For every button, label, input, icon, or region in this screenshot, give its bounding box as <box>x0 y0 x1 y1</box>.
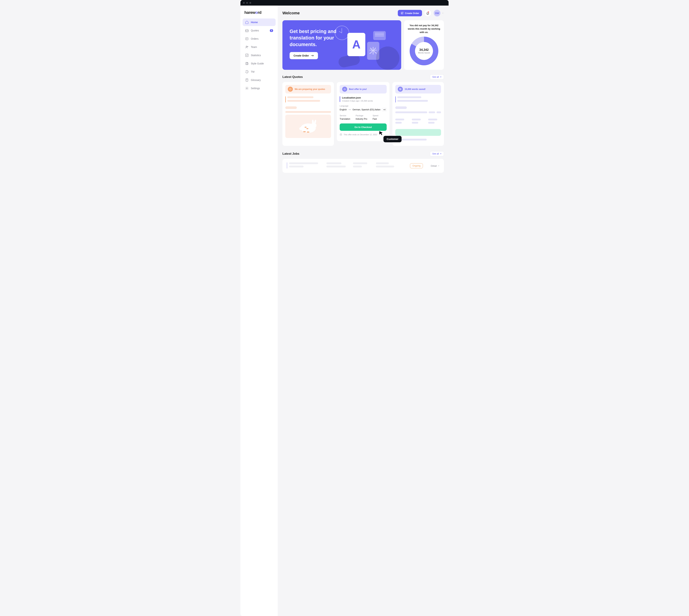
inbox-icon <box>245 29 249 32</box>
sidebar-item-statistics[interactable]: Statistics <box>243 51 275 59</box>
jobs-see-all-button[interactable]: See all <box>430 151 444 156</box>
sidebar-item-team[interactable]: Team <box>243 43 275 51</box>
checkout-placeholder <box>395 129 441 136</box>
page-title: Welcome <box>283 11 299 16</box>
quote-card-preparing: We are preparing your quotes <box>283 82 334 146</box>
header: Welcome Create Order DW <box>283 9 444 17</box>
sidebar: hareword Home Quotes 9 Orders Team <box>240 5 278 616</box>
sidebar-item-label: Settings <box>251 87 260 90</box>
svg-point-13 <box>299 127 302 130</box>
svg-rect-5 <box>247 63 248 65</box>
chrome-dot <box>249 2 251 4</box>
gear-icon <box>245 87 249 90</box>
svg-point-14 <box>305 127 307 128</box>
status-badge: Ongoing <box>410 163 423 168</box>
svg-point-1 <box>246 46 247 47</box>
svg-point-7 <box>247 88 247 89</box>
checkout-button[interactable]: Go to Checkout <box>340 124 387 131</box>
header-actions: Create Order DW <box>398 9 444 17</box>
language-label: Language <box>340 105 387 107</box>
stats-icon <box>245 53 249 57</box>
user-menu[interactable]: DW <box>434 9 444 17</box>
calendar-icon <box>340 133 342 136</box>
quote-filename: Localization.json <box>342 96 387 99</box>
package-value: Industry Pro <box>356 118 367 120</box>
sidebar-item-label: Team <box>251 46 257 48</box>
svg-point-21 <box>400 89 401 90</box>
sidebar-nav: Home Quotes 9 Orders Team Statistics <box>243 19 275 92</box>
glossary-icon <box>245 78 249 82</box>
svg-rect-17 <box>307 132 309 133</box>
latest-jobs-title: Latest Jobs <box>283 152 299 156</box>
svg-rect-18 <box>340 134 342 135</box>
sidebar-item-tm[interactable]: TM <box>243 68 275 75</box>
arrow-up-right-icon <box>440 153 442 155</box>
svg-point-15 <box>306 128 308 129</box>
arrow-right-icon <box>311 54 314 57</box>
home-icon <box>245 20 249 24</box>
quote-card-offer: Best offer to you! Localization.json Cre… <box>337 82 390 141</box>
stat-label: Words Saved <box>418 52 430 54</box>
latest-quotes-title: Latest Quotes <box>283 75 303 79</box>
sidebar-item-home[interactable]: Home <box>243 19 275 26</box>
sidebar-item-label: Statistics <box>251 54 261 57</box>
sidebar-item-glossary[interactable]: Glossary <box>243 76 275 84</box>
chrome-dot <box>243 2 245 4</box>
donut-chart: 34,342 Words Saved <box>409 37 438 65</box>
sidebar-item-orders[interactable]: Orders <box>243 35 275 43</box>
sidebar-item-label: Quotes <box>251 29 259 32</box>
sidebar-item-label: Glossary <box>251 79 261 82</box>
sidebar-item-settings[interactable]: Settings <box>243 85 275 92</box>
bunny-illustration <box>285 115 331 138</box>
percent-icon <box>398 87 403 92</box>
hero-create-order-button[interactable]: Create Order <box>290 52 318 59</box>
job-col <box>326 162 348 169</box>
speed-value: Fast <box>373 118 378 120</box>
quotes-see-all-button[interactable]: See all <box>430 74 444 80</box>
lang-more-badge: +4 <box>382 108 387 111</box>
chevron-down-icon <box>442 12 444 14</box>
arrow-up-right-icon <box>440 76 442 78</box>
clock-icon <box>288 87 293 92</box>
notification-dot <box>428 12 429 13</box>
window-chrome <box>240 0 449 5</box>
quote-card-saved: 15,000 words saved! <box>393 82 444 146</box>
edit-icon <box>401 12 403 15</box>
svg-rect-0 <box>246 38 248 40</box>
quote-subtitle: Created 3 days ago • 20,368 words <box>342 100 387 102</box>
hero-banner: Get best pricing and translation for you… <box>283 20 401 70</box>
notifications-button[interactable] <box>424 9 431 17</box>
service-value: Translation <box>340 118 350 120</box>
card-banner: Best offer to you! <box>340 85 387 93</box>
sidebar-item-label: Home <box>251 21 258 24</box>
job-col <box>353 162 371 169</box>
avatar: DW <box>434 9 441 17</box>
svg-point-20 <box>400 89 400 89</box>
job-row[interactable]: Ongoing Detail <box>283 159 444 173</box>
job-col <box>287 162 321 169</box>
orders-icon <box>245 37 249 41</box>
card-banner: We are preparing your quotes <box>285 85 331 93</box>
sidebar-item-quotes[interactable]: Quotes 9 <box>243 27 275 34</box>
job-col <box>376 162 397 169</box>
styleguide-icon <box>245 62 249 65</box>
hero-illustration: A ⽶ <box>331 26 396 64</box>
stat-number: 34,342 <box>419 48 429 52</box>
logo: hareword <box>243 9 275 19</box>
stat-text: You did not pay for 34,342 words this mo… <box>407 24 441 34</box>
sidebar-item-label: TM <box>251 70 254 73</box>
chrome-dot <box>246 2 248 4</box>
sidebar-item-label: Orders <box>251 37 259 40</box>
svg-rect-16 <box>303 131 306 132</box>
history-icon <box>245 70 249 73</box>
quote-meta: Localization.json Created 3 days ago • 2… <box>340 96 387 102</box>
language-row: English German, Spanish (ES),Italian +4 <box>340 108 387 111</box>
main-content: Welcome Create Order DW Get best pricing… <box>278 5 449 616</box>
create-order-button[interactable]: Create Order <box>398 10 422 16</box>
sidebar-item-styleguide[interactable]: Style Guide <box>243 60 275 67</box>
team-icon <box>245 45 249 49</box>
card-banner: 15,000 words saved! <box>395 85 441 93</box>
detail-button[interactable]: Detail <box>431 164 440 167</box>
svg-point-2 <box>247 46 248 47</box>
bell-ring-icon <box>342 87 347 92</box>
